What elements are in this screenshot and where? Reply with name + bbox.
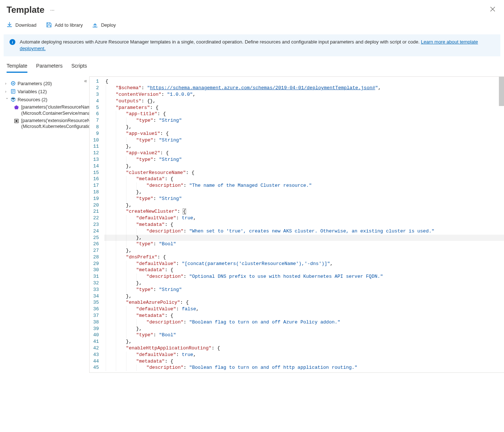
svg-point-1 bbox=[12, 83, 14, 84]
download-button[interactable]: Download bbox=[5, 20, 38, 29]
deploy-label: Deploy bbox=[101, 22, 115, 28]
resources-icon bbox=[10, 96, 16, 102]
parameters-icon bbox=[10, 80, 16, 86]
chevron-right-icon: › bbox=[5, 90, 9, 94]
collapse-panel-button[interactable]: « bbox=[84, 78, 87, 84]
tab-parameters[interactable]: Parameters bbox=[36, 63, 62, 73]
page-title: Template bbox=[7, 5, 45, 15]
scrollbar-thumb[interactable] bbox=[499, 77, 504, 106]
add-to-library-button[interactable]: Add to library bbox=[45, 20, 84, 29]
add-to-library-label: Add to library bbox=[55, 22, 83, 28]
chevron-right-icon: › bbox=[5, 82, 9, 86]
tree-label: Resources (2) bbox=[18, 97, 48, 102]
svg-marker-3 bbox=[14, 105, 19, 109]
tree-label: Variables (12) bbox=[18, 89, 47, 94]
line-numbers: 1234567891011121314151617181920212223242… bbox=[90, 77, 104, 372]
tree-resource-item[interactable]: [parameters('extensionResourceNa(Microso… bbox=[14, 117, 89, 130]
tree-node-resources[interactable]: › Resources (2) bbox=[5, 95, 89, 103]
cluster-icon bbox=[14, 105, 19, 110]
deploy-button[interactable]: Deploy bbox=[91, 20, 117, 29]
tree-node-variables[interactable]: › Variables (12) bbox=[5, 87, 89, 95]
deploy-icon bbox=[92, 22, 98, 28]
tree-node-parameters[interactable]: › Parameters (20) bbox=[5, 79, 89, 87]
code-content[interactable]: {"$schema": "https://schema.management.a… bbox=[104, 77, 504, 372]
more-actions-button[interactable]: ··· bbox=[49, 5, 56, 14]
save-icon bbox=[46, 22, 52, 28]
info-banner: i Automate deploying resources with Azur… bbox=[4, 34, 500, 56]
banner-text: Automate deploying resources with Azure … bbox=[20, 39, 421, 45]
info-icon: i bbox=[10, 39, 15, 45]
tab-scripts[interactable]: Scripts bbox=[71, 63, 87, 73]
variables-icon bbox=[10, 88, 16, 94]
tree-label: Parameters (20) bbox=[18, 81, 52, 86]
svg-rect-5 bbox=[16, 120, 18, 122]
resource-label: [parameters('clusterResourceName(Microso… bbox=[21, 104, 89, 116]
tab-template[interactable]: Template bbox=[7, 63, 27, 73]
download-label: Download bbox=[15, 22, 37, 28]
close-button[interactable] bbox=[488, 4, 497, 15]
code-editor[interactable]: 1234567891011121314151617181920212223242… bbox=[89, 76, 504, 373]
download-icon bbox=[7, 22, 12, 28]
close-icon bbox=[490, 7, 495, 12]
tree-panel: « › Parameters (20) › Variables (12) › R… bbox=[0, 76, 89, 373]
tree-resource-item[interactable]: [parameters('clusterResourceName(Microso… bbox=[14, 103, 89, 117]
resource-label: [parameters('extensionResourceNa(Microso… bbox=[21, 118, 89, 130]
chevron-down-icon: › bbox=[5, 98, 9, 101]
extension-icon bbox=[14, 118, 19, 124]
